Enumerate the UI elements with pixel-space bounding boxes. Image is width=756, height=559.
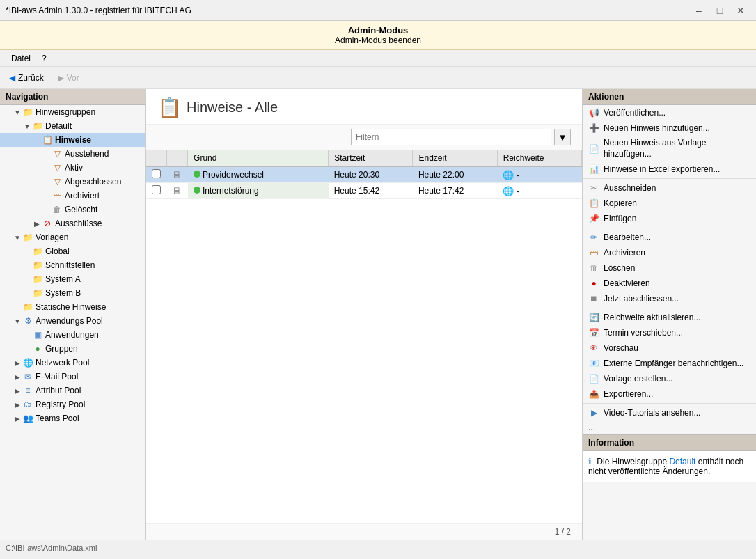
action-neuer-hinweis-vorlage[interactable]: 📄 Neuen Hinweis aus Vorlage hinzufügen..…	[583, 136, 756, 162]
sidebar-item-hinweise[interactable]: 📋 Hinweise	[0, 133, 145, 147]
menu-help[interactable]: ?	[36, 52, 52, 65]
info-link[interactable]: Default	[669, 457, 695, 466]
menubar: Datei ?	[0, 50, 756, 67]
sidebar-item-hinweisgruppen[interactable]: ▼ 📁 Hinweisgruppen	[0, 105, 145, 119]
close-button[interactable]: ✕	[731, 3, 750, 17]
sidebar-item-system-a[interactable]: 📁 System A	[0, 272, 145, 286]
action-einfuegen[interactable]: 📌 Einfügen	[583, 211, 756, 226]
content-header: 📋 Hinweise - Alle	[146, 89, 582, 125]
sidebar-item-aktiv[interactable]: ▽ Aktiv	[0, 161, 145, 175]
admin-banner: Admin-Modus Admin-Modus beenden	[0, 21, 756, 50]
row-reichweite: 🌐 -	[497, 183, 581, 199]
pagination-label: 1 / 2	[555, 527, 571, 537]
email-icon: ✉	[22, 371, 33, 382]
col-header-check[interactable]	[146, 150, 166, 166]
folder-icon: 📁	[32, 288, 43, 299]
action-neuer-hinweis[interactable]: ➕ Neuen Hinweis hinzufügen...	[583, 120, 756, 136]
spacer	[42, 191, 52, 200]
action-kopieren[interactable]: 📋 Kopieren	[583, 196, 756, 211]
info-text-before: Die Hinweisgruppe	[597, 457, 669, 466]
archive-icon: 🗃	[52, 190, 63, 201]
col-header-icon[interactable]	[166, 150, 187, 166]
spacer	[22, 330, 32, 340]
action-vorlage-erstellen[interactable]: 📄 Vorlage erstellen...	[583, 371, 756, 386]
action-more[interactable]: ...	[583, 420, 756, 434]
sidebar-item-global[interactable]: 📁 Global	[0, 244, 145, 258]
hints-table: Grund Startzeit Endzeit Reichweite 🖥 Pro…	[146, 150, 582, 199]
toggle-icon: ▼	[13, 233, 22, 242]
col-header-grund[interactable]: Grund	[188, 150, 329, 166]
row-grund: Internetstörung	[188, 183, 329, 199]
action-label: Neuen Hinweis aus Vorlage hinzufügen...	[604, 138, 750, 159]
filter-input[interactable]	[351, 129, 551, 145]
admin-mode-deactivate-link[interactable]: Admin-Modus beenden	[335, 36, 421, 45]
forward-button[interactable]: ▶ Vor	[52, 70, 86, 86]
action-externe-empfaenger[interactable]: 📧 Externe Empfänger benachrichtigen...	[583, 356, 756, 371]
action-ausschneiden[interactable]: ✂ Ausschneiden	[583, 180, 756, 196]
row-checkbox[interactable]	[152, 169, 161, 178]
statusbar: C:\IBI-aws\Admin\Data.xml	[0, 540, 756, 555]
menu-datei[interactable]: Datei	[6, 52, 36, 65]
action-vorschau[interactable]: 👁 Vorschau	[583, 340, 756, 356]
sidebar-item-system-b[interactable]: 📁 System B	[0, 286, 145, 300]
exclude-icon: ⊘	[42, 218, 53, 229]
action-jetzt-abschliessen[interactable]: ⏹ Jetzt abschliessen...	[583, 291, 756, 306]
minimize-button[interactable]: –	[689, 3, 709, 17]
publish-icon: 📢	[588, 107, 599, 118]
delete-icon: 🗑	[52, 204, 63, 215]
action-excel-export[interactable]: 📊 Hinweise in Excel exportieren...	[583, 162, 756, 177]
action-archivieren[interactable]: 🗃 Archivieren	[583, 245, 756, 260]
action-loeschen[interactable]: 🗑 Löschen	[583, 260, 756, 276]
sidebar-item-geloescht[interactable]: 🗑 Gelöscht	[0, 203, 145, 216]
sidebar-item-netzwerk-pool[interactable]: ▶ 🌐 Netzwerk Pool	[0, 356, 145, 370]
action-bearbeiten[interactable]: ✏ Bearbeiten...	[583, 230, 756, 245]
action-exportieren[interactable]: 📤 Exportieren...	[583, 386, 756, 402]
spacer	[22, 260, 32, 270]
sidebar-item-schnittstellen[interactable]: 📁 Schnittstellen	[0, 258, 145, 272]
row-checkbox[interactable]	[152, 185, 161, 194]
sidebar-item-email-pool[interactable]: ▶ ✉ E-Mail Pool	[0, 370, 145, 384]
action-label: Externe Empfänger benachrichtigen...	[604, 359, 743, 368]
maximize-button[interactable]: □	[710, 3, 730, 17]
toggle-icon: ▼	[22, 121, 32, 131]
content-area: 📋 Hinweise - Alle ▼ Grund Startzeit Endz…	[146, 89, 582, 540]
main-area: Navigation ▼ 📁 Hinweisgruppen ▼ 📁 Defaul…	[0, 89, 756, 540]
excel-icon: 📊	[588, 164, 599, 175]
action-reichweite[interactable]: 🔄 Reichweite aktualisieren...	[583, 310, 756, 325]
sidebar-item-registry-pool[interactable]: ▶ 🗂 Registry Pool	[0, 397, 145, 411]
toggle-icon: ▶	[13, 372, 22, 381]
table-row[interactable]: 🖥 Providerwechsel Heute 20:30 Heute 22:0…	[146, 166, 582, 183]
edit-icon: ✏	[588, 232, 599, 243]
table-row[interactable]: 🖥 Internetstörung Heute 15:42 Heute 17:4…	[146, 183, 582, 199]
sidebar-item-ausstehend[interactable]: ▽ Ausstehend	[0, 147, 145, 161]
row-reichweite: 🌐 -	[497, 166, 581, 183]
sidebar-item-archiviert[interactable]: 🗃 Archiviert	[0, 189, 145, 203]
action-deaktivieren[interactable]: ● Deaktivieren	[583, 276, 756, 291]
spacer	[42, 177, 52, 187]
sidebar-item-abgeschlossen[interactable]: ▽ Abgeschlossen	[0, 175, 145, 189]
registry-icon: 🗂	[22, 399, 33, 410]
status-dot	[194, 187, 200, 194]
col-header-startzeit[interactable]: Startzeit	[329, 150, 413, 166]
information-content: ℹ Die Hinweisgruppe Default enthält noch…	[583, 451, 756, 482]
sidebar-item-vorlagen[interactable]: ▼ 📁 Vorlagen	[0, 230, 145, 244]
filter-button[interactable]: ▼	[554, 129, 571, 145]
sidebar-item-attribut-pool[interactable]: ▶ ≡ Attribut Pool	[0, 384, 145, 397]
sidebar-item-gruppen[interactable]: ● Gruppen	[0, 342, 145, 356]
sidebar-item-anwendungs-pool[interactable]: ▼ ⚙ Anwendungs Pool	[0, 314, 145, 328]
col-header-endzeit[interactable]: Endzeit	[413, 150, 497, 166]
action-veroeffentlichen[interactable]: 📢 Veröffentlichen...	[583, 105, 756, 120]
sidebar-item-anwendungen[interactable]: ▣ Anwendungen	[0, 328, 145, 342]
sidebar-item-statische[interactable]: 📁 Statische Hinweise	[0, 300, 145, 314]
sidebar-item-ausschluesse[interactable]: ▶ ⊘ Ausschlüsse	[0, 216, 145, 230]
folder-icon: 📁	[32, 120, 43, 132]
action-video-tutorials[interactable]: ▶ Video-Tutorials ansehen...	[583, 405, 756, 420]
back-button[interactable]: ◀ Zurück	[3, 70, 50, 86]
sidebar-item-default[interactable]: ▼ 📁 Default	[0, 119, 145, 133]
action-termin-verschieben[interactable]: 📅 Termin verschieben...	[583, 325, 756, 340]
table-container: Grund Startzeit Endzeit Reichweite 🖥 Pro…	[146, 150, 582, 523]
col-header-reichweite[interactable]: Reichweite	[497, 150, 581, 166]
sidebar-item-teams-pool[interactable]: ▶ 👥 Teams Pool	[0, 411, 145, 425]
reichweite-icon: 🔄	[588, 312, 599, 323]
paste-icon: 📌	[588, 213, 599, 224]
